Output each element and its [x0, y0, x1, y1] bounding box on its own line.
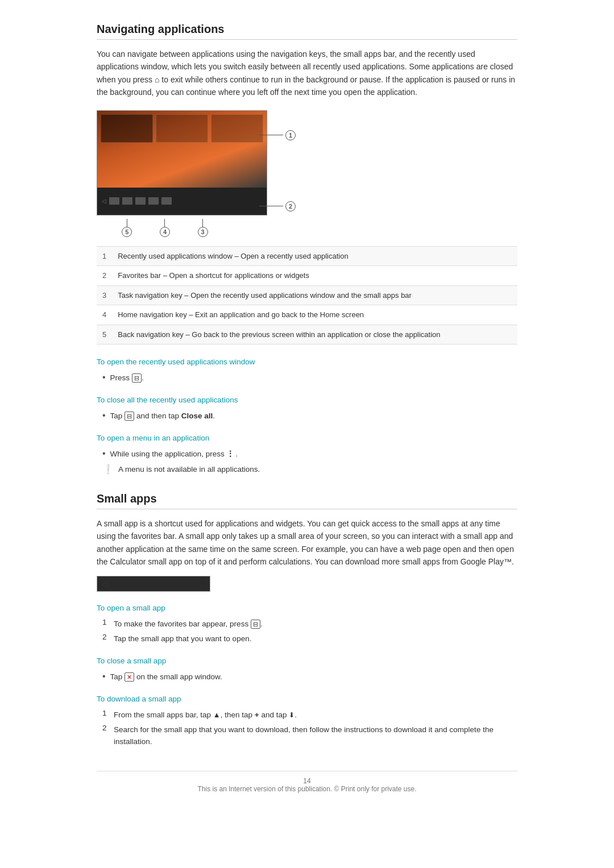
download-step-1: 1 From the small apps bar, tap ▲, then t… — [97, 709, 517, 721]
table-cell-num: 1 — [97, 246, 112, 266]
close-small-step: • Tap ✕ on the small app window. — [97, 671, 517, 683]
step-num-4: 2 — [102, 724, 114, 732]
small-apps-intro: A small app is a shortcut used for appli… — [97, 517, 517, 568]
sab-arrow: ◁ — [102, 579, 108, 588]
diagram-app-card-1 — [101, 114, 153, 143]
page-footer: 14 This is an Internet version of this p… — [97, 771, 517, 793]
close-all-step: • Tap ⊟ and then tap Close all. — [97, 410, 517, 422]
footer-text: This is an Internet version of this publ… — [197, 785, 416, 793]
badge-4: 4 — [160, 227, 170, 237]
note-icon: ❕ — [102, 464, 114, 475]
open-menu-heading: To open a menu in an application — [97, 432, 517, 445]
download-small-app-heading: To download a small app — [97, 693, 517, 705]
label-line-4 — [164, 219, 165, 227]
step-num-3: 1 — [102, 709, 114, 717]
close-all-text: Tap ⊟ and then tap Close all. — [110, 410, 215, 422]
nav-intro-text: You can navigate between applications us… — [97, 48, 517, 99]
callout-line-1 — [259, 135, 283, 135]
label-4: 4 — [160, 219, 170, 237]
page-container: Navigating applications You can navigate… — [63, 0, 551, 827]
label-line-5 — [127, 219, 127, 227]
table-cell-num: 2 — [97, 266, 112, 286]
diagram-sb-icon-5 — [161, 197, 172, 205]
open-small-step-1: 1 To make the favorites bar appear, pres… — [97, 618, 517, 630]
open-recent-text: Press ⊟. — [110, 372, 144, 384]
table-cell-text: Home navigation key – Exit an applicatio… — [112, 305, 517, 325]
diagram-sb-icon-2 — [122, 197, 132, 205]
diagram-section: ◁ 1 2 — [97, 110, 517, 237]
table-cell-num: 3 — [97, 285, 112, 305]
download-text-1: From the small apps bar, tap ▲, then tap… — [114, 709, 297, 721]
diagram-sb-icon-4 — [148, 197, 159, 205]
diagram-bottom-labels: 5 4 3 — [108, 219, 222, 237]
table-row: 3 Task navigation key – Open the recentl… — [97, 285, 517, 305]
menu-key-icon: ⋮ — [226, 450, 235, 458]
callout-line-2 — [259, 206, 283, 206]
table-cell-num: 4 — [97, 305, 112, 325]
table-row: 2 Favorites bar – Open a shortcut for ap… — [97, 266, 517, 286]
menu-note: ❕ A menu is not available in all applica… — [97, 464, 517, 475]
open-recent-step: • Press ⊟. — [97, 372, 517, 384]
open-small-step-2: 2 Tap the small app that you want to ope… — [97, 633, 517, 645]
diagram-sb-icon-1 — [109, 197, 119, 205]
callout-1: 1 — [259, 130, 296, 140]
small-apps-bar-image: ◁ — [97, 576, 210, 592]
download-icon: ⬇ — [289, 711, 294, 719]
note-text: A menu is not available in all applicati… — [118, 464, 260, 475]
callout-badge-1: 1 — [285, 130, 296, 140]
download-step-2: 2 Search for the small app that you want… — [97, 724, 517, 748]
task-key-icon: ⊟ — [132, 373, 142, 383]
close-small-app-heading: To close a small app — [97, 655, 517, 667]
table-cell-text: Task navigation key – Open the recently … — [112, 285, 517, 305]
table-row: 5 Back navigation key – Go back to the p… — [97, 325, 517, 344]
download-text-2: Search for the small app that you want t… — [114, 724, 517, 748]
open-recent-heading: To open the recently used applications w… — [97, 356, 517, 368]
home-icon-inline: ⌂ — [155, 73, 159, 86]
badge-5: 5 — [122, 227, 132, 237]
open-menu-step: • While using the application, press ⋮. — [97, 448, 517, 460]
diagram-screen-bottom: ◁ — [97, 188, 267, 215]
section-title-small-apps: Small apps — [97, 492, 517, 509]
open-menu-text: While using the application, press ⋮. — [110, 448, 238, 460]
open-small-app-heading: To open a small app — [97, 602, 517, 614]
close-small-text: Tap ✕ on the small app window. — [110, 671, 222, 683]
table-cell-num: 5 — [97, 325, 112, 344]
bullet-dot-4: • — [102, 672, 106, 681]
open-small-text-2: Tap the small app that you want to open. — [114, 633, 251, 645]
close-x-icon: ✕ — [125, 672, 134, 682]
diagram-image: ◁ 1 2 — [97, 110, 290, 237]
diagram-sb-icon-3 — [135, 197, 146, 205]
bullet-dot-3: • — [102, 449, 106, 458]
section-title-nav: Navigating applications — [97, 23, 517, 40]
table-cell-text: Favorites bar – Open a shortcut for appl… — [112, 266, 517, 286]
label-line-3 — [202, 219, 203, 227]
callout-badge-2: 2 — [285, 201, 296, 211]
diagram-screen-top — [97, 111, 267, 188]
diagram-screen-box: ◁ — [97, 110, 267, 215]
table-row: 1 Recently used applications window – Op… — [97, 246, 517, 266]
close-all-bold: Close all — [181, 412, 213, 420]
open-small-text-1: To make the favorites bar appear, press … — [114, 618, 263, 630]
diagram-app-card-2 — [156, 114, 208, 143]
step-num-1: 1 — [102, 618, 114, 626]
bullet-dot-2: • — [102, 411, 106, 420]
table-cell-text: Back navigation key – Go back to the pre… — [112, 325, 517, 344]
plus-label: + — [255, 711, 259, 719]
nav-info-table: 1 Recently used applications window – Op… — [97, 246, 517, 345]
table-cell-text: Recently used applications window – Open… — [112, 246, 517, 266]
task-key-icon-3: ⊟ — [251, 620, 260, 629]
label-5: 5 — [122, 219, 132, 237]
chevron-up-icon: ▲ — [213, 711, 221, 719]
diagram-app-cards — [101, 114, 263, 143]
callout-2: 2 — [259, 201, 296, 211]
badge-3: 3 — [198, 227, 208, 237]
step-num-2: 2 — [102, 633, 114, 641]
task-key-icon-2: ⊟ — [125, 412, 134, 421]
bullet-dot-1: • — [102, 373, 106, 382]
diagram-app-card-3 — [211, 114, 263, 143]
label-3: 3 — [198, 219, 208, 237]
table-row: 4 Home navigation key – Exit an applicat… — [97, 305, 517, 325]
page-number: 14 — [303, 777, 310, 785]
close-all-heading: To close all the recently used applicati… — [97, 394, 517, 406]
diagram-arrow-icon: ◁ — [102, 198, 106, 204]
